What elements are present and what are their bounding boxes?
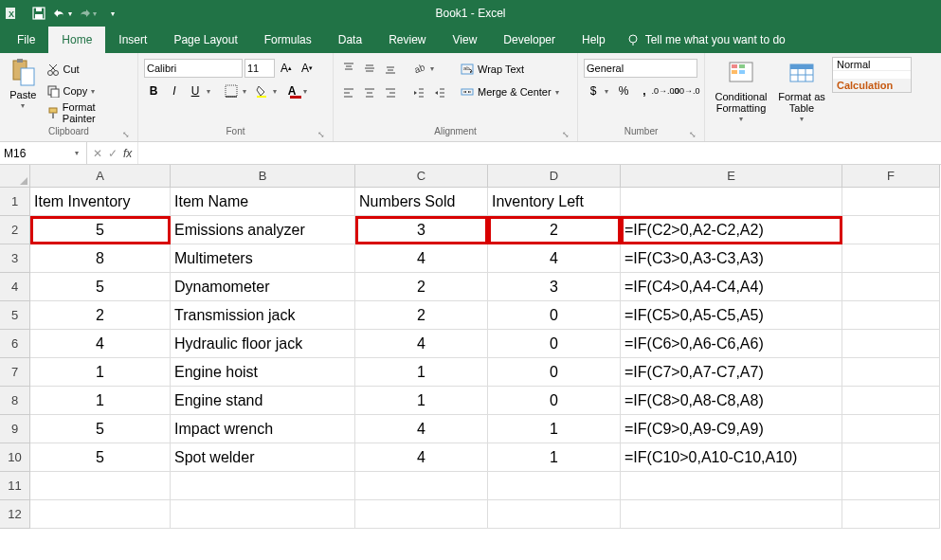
row-header-8[interactable]: 8: [0, 387, 30, 415]
name-box-dropdown-icon[interactable]: ▾: [70, 149, 83, 157]
row-header-11[interactable]: 11: [0, 472, 30, 500]
cell-E2[interactable]: =IF(C2>0,A2-C2,A2): [621, 216, 842, 244]
cell-D3[interactable]: 4: [488, 244, 621, 273]
cell-A9[interactable]: 5: [30, 415, 171, 443]
name-box-input[interactable]: [0, 147, 70, 160]
name-box[interactable]: ▾: [0, 142, 87, 164]
cell-B12[interactable]: [171, 500, 355, 529]
cell-E12[interactable]: [621, 500, 842, 529]
cell-D4[interactable]: 3: [488, 273, 621, 301]
style-calculation[interactable]: Calculation: [833, 79, 911, 92]
font-size-select[interactable]: [244, 59, 275, 78]
cell-B7[interactable]: Engine hoist: [171, 358, 355, 387]
cell-A8[interactable]: 1: [30, 387, 171, 415]
font-launcher-icon[interactable]: ⤡: [316, 130, 327, 141]
cell-A7[interactable]: 1: [30, 358, 171, 387]
cell-A5[interactable]: 2: [30, 301, 171, 330]
font-name-select[interactable]: [144, 59, 243, 78]
cell-F2[interactable]: [842, 216, 940, 244]
cell-D7[interactable]: 0: [488, 358, 621, 387]
enter-formula-icon[interactable]: ✓: [108, 147, 118, 160]
decrease-font-button[interactable]: A▾: [298, 59, 317, 78]
row-header-10[interactable]: 10: [0, 443, 30, 472]
row-header-4[interactable]: 4: [0, 273, 30, 301]
cell-F5[interactable]: [842, 301, 940, 330]
cell-C4[interactable]: 2: [355, 273, 488, 301]
cell-F6[interactable]: [842, 330, 940, 358]
cell-A4[interactable]: 5: [30, 273, 171, 301]
cell-C10[interactable]: 4: [355, 443, 488, 472]
align-right-button[interactable]: [381, 83, 400, 102]
cell-C8[interactable]: 1: [355, 387, 488, 415]
fill-color-button[interactable]: [252, 81, 271, 100]
number-launcher-icon[interactable]: ⤡: [687, 130, 698, 141]
cell-A2[interactable]: 5: [30, 216, 171, 244]
decrease-indent-button[interactable]: [409, 83, 428, 102]
cell-A11[interactable]: [30, 472, 171, 500]
style-normal[interactable]: Normal: [833, 58, 911, 71]
format-as-table-button[interactable]: Format as Table▾: [775, 57, 828, 126]
formula-input[interactable]: [138, 142, 941, 164]
fx-icon[interactable]: fx: [123, 147, 132, 160]
cell-F12[interactable]: [842, 500, 940, 529]
cell-E3[interactable]: =IF(C3>0,A3-C3,A3): [621, 244, 842, 273]
cell-B5[interactable]: Transmission jack: [171, 301, 355, 330]
cell-B3[interactable]: Multimeters: [171, 244, 355, 273]
align-bottom-button[interactable]: [381, 59, 400, 78]
cell-C12[interactable]: [355, 500, 488, 529]
cell-E8[interactable]: =IF(C8>0,A8-C8,A8): [621, 387, 842, 415]
redo-button[interactable]: ▾: [76, 2, 100, 25]
tab-home[interactable]: Home: [48, 27, 105, 53]
cell-F1[interactable]: [842, 188, 940, 216]
row-header-6[interactable]: 6: [0, 330, 30, 358]
wrap-text-button[interactable]: abWrap Text: [457, 59, 574, 80]
merge-center-button[interactable]: Merge & Center▾: [457, 81, 574, 102]
accounting-format-button[interactable]: $: [584, 81, 603, 100]
undo-button[interactable]: ▾: [51, 2, 76, 25]
cell-B10[interactable]: Spot welder: [171, 443, 355, 472]
cell-C2[interactable]: 3: [355, 216, 488, 244]
format-painter-button[interactable]: Format Painter: [43, 102, 132, 123]
cell-E5[interactable]: =IF(C5>0,A5-C5,A5): [621, 301, 842, 330]
align-left-button[interactable]: [339, 83, 358, 102]
row-header-7[interactable]: 7: [0, 358, 30, 387]
tab-file[interactable]: File: [4, 27, 48, 53]
tab-review[interactable]: Review: [375, 27, 439, 53]
cell-B2[interactable]: Emissions analyzer: [171, 216, 355, 244]
cell-D11[interactable]: [488, 472, 621, 500]
cell-E9[interactable]: =IF(C9>0,A9-C9,A9): [621, 415, 842, 443]
cell-D6[interactable]: 0: [488, 330, 621, 358]
cell-F8[interactable]: [842, 387, 940, 415]
cell-A12[interactable]: [30, 500, 171, 529]
qat-customize[interactable]: ▾: [100, 2, 125, 25]
cell-C7[interactable]: 1: [355, 358, 488, 387]
cell-F11[interactable]: [842, 472, 940, 500]
cell-B11[interactable]: [171, 472, 355, 500]
column-header-F[interactable]: F: [842, 165, 940, 188]
row-header-3[interactable]: 3: [0, 244, 30, 273]
number-format-select[interactable]: [584, 59, 697, 78]
column-header-E[interactable]: E: [621, 165, 842, 188]
row-header-5[interactable]: 5: [0, 301, 30, 330]
cell-B1[interactable]: Item Name: [171, 188, 355, 216]
cell-F10[interactable]: [842, 443, 940, 472]
cell-D5[interactable]: 0: [488, 301, 621, 330]
italic-button[interactable]: I: [165, 81, 184, 100]
cell-B4[interactable]: Dynamometer: [171, 273, 355, 301]
row-header-1[interactable]: 1: [0, 188, 30, 216]
alignment-launcher-icon[interactable]: ⤡: [560, 130, 571, 141]
cell-B8[interactable]: Engine stand: [171, 387, 355, 415]
clipboard-launcher-icon[interactable]: ⤡: [120, 130, 132, 141]
cell-D8[interactable]: 0: [488, 387, 621, 415]
decrease-decimal-button[interactable]: .00→.0: [677, 81, 696, 100]
tab-developer[interactable]: Developer: [490, 27, 569, 53]
cell-C3[interactable]: 4: [355, 244, 488, 273]
bold-button[interactable]: B: [144, 81, 163, 100]
cancel-formula-icon[interactable]: ✕: [93, 147, 102, 160]
cell-C9[interactable]: 4: [355, 415, 488, 443]
cell-F3[interactable]: [842, 244, 940, 273]
tell-me-search[interactable]: Tell me what you want to do: [626, 27, 786, 53]
borders-button[interactable]: [222, 81, 241, 100]
cell-styles-gallery[interactable]: Normal Calculation: [832, 57, 912, 93]
cell-A1[interactable]: Item Inventory: [30, 188, 171, 216]
